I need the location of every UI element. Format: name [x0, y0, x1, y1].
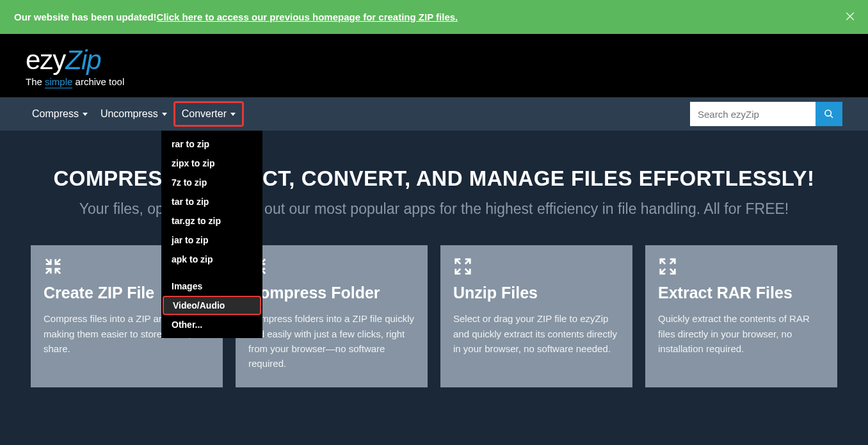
banner-text: Our website has been updated! — [14, 12, 157, 22]
card-desc: Compress folders into a ZIP file quickly… — [248, 311, 415, 371]
dropdown-item[interactable]: jar to zip — [161, 231, 262, 250]
search-button[interactable] — [816, 102, 842, 126]
dropdown-item[interactable]: apk to zip — [161, 250, 262, 269]
update-banner: Our website has been updated! Click here… — [0, 0, 868, 34]
card-desc: Quickly extract the contents of RAR file… — [658, 311, 824, 356]
logo-sub-simple: simple — [45, 76, 72, 88]
chevron-down-icon — [230, 113, 236, 116]
hero-title: COMPRESS, EXTRACT, CONVERT, AND MANAGE F… — [26, 166, 842, 191]
header: ezyZip The simple archive tool — [0, 34, 868, 97]
feature-card[interactable]: Compress FolderCompress folders into a Z… — [236, 245, 428, 387]
main-nav: Compress Uncompress Converter rar to zip… — [0, 97, 868, 131]
banner-link[interactable]: Click here to access our previous homepa… — [157, 12, 458, 22]
nav-converter-label: Converter — [182, 108, 227, 120]
dropdown-item[interactable]: 7z to zip — [161, 173, 262, 192]
feature-card[interactable]: Unzip FilesSelect or drag your ZIP file … — [440, 245, 632, 387]
logo-text-1: ezy — [26, 45, 65, 75]
dropdown-item[interactable]: Images — [161, 277, 262, 296]
dropdown-item[interactable]: tar.gz to zip — [161, 211, 262, 231]
dropdown-item[interactable]: Other... — [161, 315, 262, 334]
chevron-down-icon — [162, 113, 167, 116]
cards-row: Create ZIP FileCompress files into a ZIP… — [0, 245, 868, 387]
dropdown-item[interactable]: Video/Audio — [163, 296, 261, 315]
logo-text-2: Zip — [65, 45, 100, 75]
search — [690, 102, 842, 126]
nav-uncompress-label: Uncompress — [100, 108, 158, 120]
close-icon[interactable] — [844, 10, 856, 24]
expand-icon — [658, 257, 824, 279]
dropdown-item[interactable]: rar to zip — [161, 134, 262, 154]
card-desc: Select or drag your ZIP file to ezyZip a… — [453, 311, 620, 356]
nav-converter[interactable]: Converter — [173, 101, 244, 127]
nav-compress-label: Compress — [32, 108, 79, 120]
search-input[interactable] — [690, 102, 816, 126]
expand-icon — [453, 257, 620, 279]
chevron-down-icon — [83, 113, 88, 116]
nav-compress[interactable]: Compress — [26, 99, 94, 129]
converter-dropdown: rar to zipzipx to zip7z to ziptar to zip… — [161, 131, 262, 338]
search-icon — [824, 109, 834, 119]
hero-subtitle: Your files, optimized! Check out our mos… — [37, 198, 831, 220]
card-title: Compress Folder — [248, 284, 415, 302]
svg-point-0 — [825, 110, 831, 116]
logo-sub-prefix: The — [26, 76, 45, 87]
dropdown-item[interactable]: zipx to zip — [161, 154, 262, 173]
logo[interactable]: ezyZip The simple archive tool — [26, 47, 842, 87]
dropdown-item[interactable]: tar to zip — [161, 192, 262, 211]
compress-icon — [248, 257, 415, 279]
card-title: Extract RAR Files — [658, 284, 824, 302]
feature-card[interactable]: Extract RAR FilesQuickly extract the con… — [645, 245, 837, 387]
logo-sub-suffix: archive tool — [72, 76, 124, 87]
card-title: Unzip Files — [453, 284, 620, 302]
nav-uncompress[interactable]: Uncompress — [94, 99, 173, 129]
hero: COMPRESS, EXTRACT, CONVERT, AND MANAGE F… — [0, 131, 868, 245]
